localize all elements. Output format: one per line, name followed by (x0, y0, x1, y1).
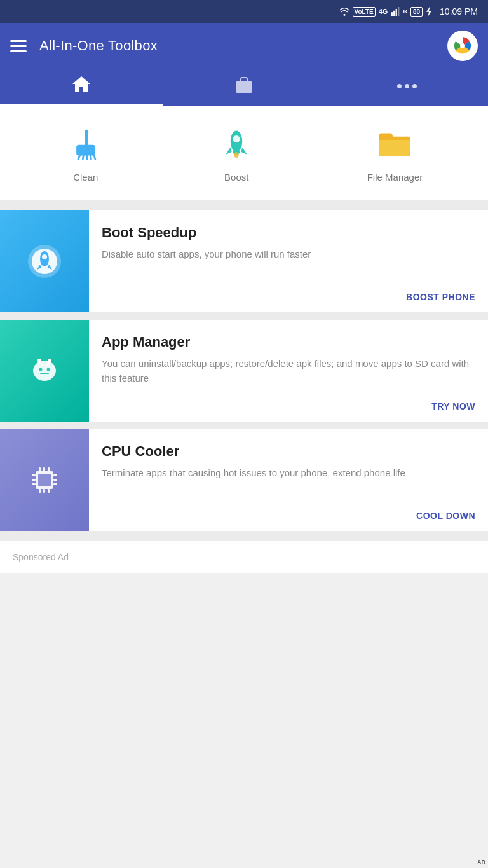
svg-point-17 (233, 135, 240, 142)
svg-point-31 (48, 359, 51, 362)
cpu-cooler-title: CPU Cooler (102, 443, 475, 460)
sponsored-ad-section: Sponsored Ad (0, 541, 488, 573)
svg-point-6 (460, 43, 465, 48)
boost-phone-button[interactable]: BOOST PHONE (406, 292, 475, 302)
tab-briefcase[interactable] (163, 69, 325, 104)
boot-speedup-desc: Disable auto start apps, your phone will… (102, 247, 475, 283)
cool-down-button[interactable]: COOL DOWN (416, 511, 475, 521)
app-manager-title: App Manager (102, 334, 475, 350)
cpu-cooler-icon-col (0, 429, 89, 531)
sponsored-ad-label: Sponsored Ad (13, 552, 69, 562)
app-bar: All-In-One Toolbox AD (0, 23, 488, 69)
card-boot-speedup: Boot Speedup Disable auto start apps, yo… (0, 210, 488, 312)
tab-more[interactable] (325, 69, 488, 104)
clean-label: Clean (73, 172, 98, 183)
svg-rect-9 (85, 130, 88, 146)
file-manager-label: File Manager (367, 172, 423, 183)
svg-point-30 (37, 359, 41, 362)
svg-rect-8 (236, 81, 252, 93)
svg-rect-4 (398, 7, 400, 16)
app-manager-desc: You can uninstall/backup apps; restore/d… (102, 357, 475, 392)
svg-rect-40 (39, 467, 41, 471)
card-cpu-cooler: CPU Cooler Terminate apps that causing h… (0, 429, 488, 531)
status-bar: VoLTE 4G R 80 10:09 PM (0, 0, 488, 23)
cpu-cooler-icon (25, 461, 64, 499)
svg-rect-33 (38, 474, 51, 486)
svg-rect-10 (76, 145, 95, 156)
ad-button[interactable]: AD (447, 31, 478, 61)
card-app-manager: App Manager You can uninstall/backup app… (0, 320, 488, 422)
svg-line-14 (90, 156, 91, 160)
battery-icon: 80 (410, 7, 423, 17)
4g-icon: 4G (379, 8, 388, 15)
svg-rect-41 (43, 467, 45, 471)
feature-row: Clean Boost File Manager (0, 106, 488, 200)
boot-speedup-icon-col (0, 210, 89, 312)
cpu-cooler-content: CPU Cooler Terminate apps that causing h… (89, 429, 488, 531)
menu-button[interactable] (10, 40, 27, 52)
svg-line-11 (78, 156, 80, 160)
svg-point-0 (343, 14, 345, 16)
svg-rect-39 (53, 483, 57, 485)
svg-rect-45 (48, 489, 50, 493)
signal-icon (391, 7, 400, 16)
briefcase-icon (234, 75, 254, 97)
feature-boost[interactable]: Boost (216, 123, 257, 183)
svg-rect-34 (32, 474, 36, 476)
svg-line-15 (94, 156, 95, 160)
volte-icon: VoLTE (353, 7, 376, 17)
tab-home[interactable] (0, 69, 163, 104)
svg-point-24 (33, 361, 56, 381)
boot-speedup-content: Boot Speedup Disable auto start apps, yo… (89, 210, 488, 312)
svg-point-23 (42, 254, 47, 259)
svg-line-12 (83, 156, 83, 160)
status-icons: VoLTE 4G R 80 (339, 6, 433, 17)
boot-speedup-icon (25, 242, 64, 280)
cards-section: Boot Speedup Disable auto start apps, yo… (0, 200, 488, 541)
svg-marker-7 (72, 76, 90, 92)
folder-icon (374, 123, 415, 164)
feature-file-manager[interactable]: File Manager (367, 123, 423, 183)
app-manager-icon (25, 352, 64, 390)
svg-marker-5 (426, 6, 431, 17)
svg-rect-37 (53, 474, 57, 476)
charging-icon (426, 6, 432, 17)
svg-rect-1 (391, 12, 393, 16)
try-now-button[interactable]: TRY NOW (431, 401, 475, 411)
more-icon (397, 84, 417, 88)
svg-rect-2 (394, 11, 395, 16)
cpu-cooler-desc: Terminate apps that causing hot issues t… (102, 466, 475, 502)
app-manager-content: App Manager You can uninstall/backup app… (89, 320, 488, 422)
svg-point-19 (234, 152, 239, 158)
tab-bar (0, 69, 488, 106)
app-manager-icon-col (0, 320, 89, 422)
home-icon (72, 75, 91, 97)
roaming-icon: R (403, 8, 407, 15)
svg-rect-44 (43, 489, 45, 493)
svg-rect-43 (39, 489, 41, 493)
boot-speedup-title: Boot Speedup (102, 224, 475, 241)
svg-rect-42 (48, 467, 50, 471)
svg-point-26 (47, 368, 50, 371)
svg-rect-38 (53, 479, 57, 481)
svg-point-25 (39, 368, 43, 371)
feature-clean[interactable]: Clean (65, 123, 106, 183)
svg-rect-3 (396, 9, 397, 16)
pinwheel-icon (451, 34, 474, 57)
svg-rect-36 (32, 483, 36, 485)
broom-icon (65, 123, 106, 164)
rocket-icon (216, 123, 257, 164)
svg-rect-35 (32, 479, 36, 481)
app-title: All-In-One Toolbox (39, 38, 435, 54)
wifi-icon (339, 7, 349, 16)
status-time: 10:09 PM (440, 6, 478, 17)
boost-label: Boost (224, 172, 248, 183)
